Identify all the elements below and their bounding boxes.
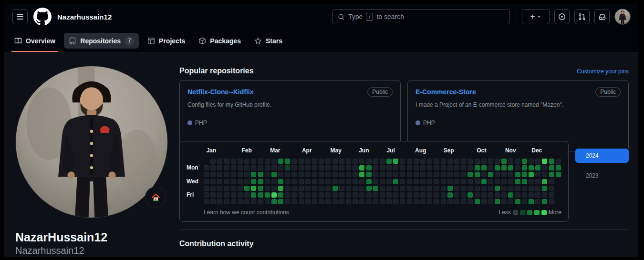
contribution-cell[interactable] [325, 186, 331, 191]
contribution-cell[interactable] [251, 199, 256, 204]
contribution-cell[interactable] [542, 165, 547, 170]
contribution-cell[interactable] [495, 192, 500, 198]
contribution-cell[interactable] [475, 192, 480, 198]
contribution-cell[interactable] [353, 186, 358, 191]
contribution-cell[interactable] [231, 199, 236, 204]
contribution-cell[interactable] [285, 192, 290, 198]
contribution-cell[interactable] [204, 186, 209, 191]
contribution-cell[interactable] [386, 179, 392, 184]
contribution-cell[interactable] [400, 159, 405, 164]
contribution-cell[interactable] [332, 159, 338, 164]
contribution-cell[interactable] [258, 165, 263, 170]
contribution-cell[interactable] [407, 199, 412, 204]
contribution-cell[interactable] [441, 186, 446, 191]
contribution-cell[interactable] [312, 165, 317, 170]
contribution-cell[interactable] [461, 165, 466, 170]
contribution-cell[interactable] [522, 186, 527, 191]
contribution-cell[interactable] [238, 172, 243, 177]
pull-requests-button[interactable] [574, 9, 590, 24]
contribution-cell[interactable] [217, 165, 222, 170]
contribution-cell[interactable] [420, 186, 426, 191]
contribution-cell[interactable] [495, 165, 500, 170]
contribution-cell[interactable] [407, 179, 412, 184]
contribution-cell[interactable] [271, 192, 277, 198]
contribution-cell[interactable] [535, 199, 540, 204]
contribution-cell[interactable] [373, 199, 378, 204]
contribution-cell[interactable] [278, 165, 283, 170]
contribution-cell[interactable] [380, 165, 385, 170]
contribution-cell[interactable] [238, 199, 243, 204]
contribution-cell[interactable] [515, 192, 520, 198]
contribution-cell[interactable] [353, 179, 358, 184]
contribution-cell[interactable] [529, 192, 534, 198]
contribution-cell[interactable] [339, 159, 344, 164]
contribution-cell[interactable] [535, 172, 540, 177]
contribution-cell[interactable] [434, 165, 439, 170]
count-contributions-link[interactable]: Learn how we count contributions [204, 209, 289, 216]
contribution-cell[interactable] [386, 165, 392, 170]
contribution-cell[interactable] [501, 172, 507, 177]
contribution-cell[interactable] [495, 172, 500, 177]
contribution-cell[interactable] [346, 165, 351, 170]
contribution-cell[interactable] [299, 172, 304, 177]
contribution-cell[interactable] [291, 159, 297, 164]
contribution-cell[interactable] [515, 172, 520, 177]
contribution-cell[interactable] [271, 159, 277, 164]
contribution-cell[interactable] [481, 159, 487, 164]
contribution-cell[interactable] [258, 186, 263, 191]
contribution-cell[interactable] [467, 192, 473, 198]
contribution-cell[interactable] [522, 199, 527, 204]
contribution-cell[interactable] [224, 186, 229, 191]
contribution-cell[interactable] [475, 159, 480, 164]
contribution-cell[interactable] [278, 192, 283, 198]
contribution-cell[interactable] [529, 179, 534, 184]
contribution-cell[interactable] [231, 186, 236, 191]
contribution-cell[interactable] [285, 172, 290, 177]
contribution-cell[interactable] [339, 179, 344, 184]
contribution-cell[interactable] [501, 159, 507, 164]
contribution-cell[interactable] [373, 159, 378, 164]
contribution-cell[interactable] [224, 192, 229, 198]
contribution-cell[interactable] [386, 159, 392, 164]
contribution-cell[interactable] [217, 172, 222, 177]
tab-repositories[interactable]: Repositories 7 [64, 30, 139, 52]
contribution-cell[interactable] [312, 192, 317, 198]
contribution-cell[interactable] [400, 192, 405, 198]
hamburger-menu-button[interactable] [12, 9, 28, 24]
contribution-cell[interactable] [414, 159, 419, 164]
contribution-cell[interactable] [495, 159, 500, 164]
contribution-cell[interactable] [339, 172, 344, 177]
contribution-cell[interactable] [454, 159, 459, 164]
contribution-cell[interactable] [325, 165, 331, 170]
contribution-cell[interactable] [515, 159, 520, 164]
contribution-cell[interactable] [434, 186, 439, 191]
contribution-cell[interactable] [244, 159, 249, 164]
contribution-cell[interactable] [217, 199, 222, 204]
contribution-cell[interactable] [407, 192, 412, 198]
contribution-cell[interactable] [461, 192, 466, 198]
contribution-cell[interactable] [224, 179, 229, 184]
contribution-cell[interactable] [535, 159, 540, 164]
contribution-cell[interactable] [414, 165, 419, 170]
contribution-cell[interactable] [353, 192, 358, 198]
contribution-cell[interactable] [386, 172, 392, 177]
contribution-cell[interactable] [542, 172, 547, 177]
contribution-cell[interactable] [359, 179, 364, 184]
contribution-cell[interactable] [353, 172, 358, 177]
contribution-cell[interactable] [488, 199, 493, 204]
contribution-cell[interactable] [265, 165, 270, 170]
contribution-cell[interactable] [258, 172, 263, 177]
contribution-cell[interactable] [407, 165, 412, 170]
contribution-cell[interactable] [251, 179, 256, 184]
contribution-cell[interactable] [475, 179, 480, 184]
tab-packages[interactable]: Packages [194, 30, 246, 52]
contribution-cell[interactable] [501, 165, 507, 170]
contribution-cell[interactable] [386, 192, 392, 198]
contribution-cell[interactable] [434, 172, 439, 177]
contribution-cell[interactable] [366, 179, 372, 184]
contribution-cell[interactable] [522, 192, 527, 198]
contribution-cell[interactable] [481, 192, 487, 198]
contribution-cell[interactable] [204, 172, 209, 177]
contribution-cell[interactable] [407, 159, 412, 164]
contribution-cell[interactable] [224, 199, 229, 204]
